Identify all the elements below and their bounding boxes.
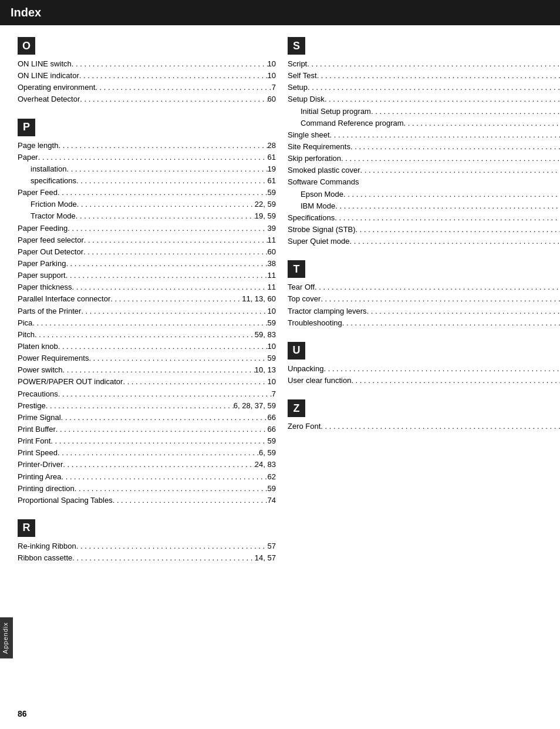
list-item: Print Buffer . . . . . . . . . . . . . .… [18, 424, 276, 435]
entry-name: Paper feed selector [18, 234, 84, 246]
list-item: Setup . . . . . . . . . . . . . . . . . … [288, 82, 560, 93]
entry-dots: . . . . . . . . . . . . . . . . . . . . … [68, 223, 267, 234]
right-column: SScript . . . . . . . . . . . . . . . . … [288, 31, 560, 571]
entry-dots: . . . . . . . . . . . . . . . . . . . . … [79, 70, 268, 82]
entry-dots: . . . . . . . . . . . . . . . . . . . . … [66, 163, 267, 175]
entry-dots: . . . . . . . . . . . . . . . . . . . . … [335, 200, 560, 212]
entry-dots: . . . . . . . . . . . . . . . . . . . . … [66, 258, 267, 270]
entry-pages: 6, 59 [259, 447, 276, 459]
list-item: Parallel Interface connector . . . . . .… [18, 293, 276, 305]
entry-name: Overheat Detector [18, 93, 80, 105]
list-item: Command Reference program . . . . . . . … [288, 117, 560, 129]
entry-dots: . . . . . . . . . . . . . . . . . . . . … [335, 212, 560, 224]
entry-pages: 59 [268, 187, 276, 199]
entry-pages: 24, 83 [255, 459, 276, 471]
page-number: 86 [18, 709, 27, 718]
list-item: Troubleshooting . . . . . . . . . . . . … [288, 317, 560, 329]
list-item: Parts of the Printer . . . . . . . . . .… [18, 305, 276, 317]
list-item: Power Requirements . . . . . . . . . . .… [18, 352, 276, 364]
header-title: Index [11, 6, 41, 19]
entry-name: Prestige [18, 400, 46, 412]
letter-box-s: S [288, 37, 305, 55]
letter-box-r: R [18, 519, 35, 537]
entry-name: Pica [18, 317, 32, 329]
entry-name: Strobe Signal (STB) [288, 224, 356, 236]
list-item: Printing direction . . . . . . . . . . .… [18, 483, 276, 495]
entry-pages: 59 [268, 317, 276, 329]
entry-dots: . . . . . . . . . . . . . . . . . . . . … [72, 552, 255, 564]
entry-dots: . . . . . . . . . . . . . . . . . . . . … [72, 58, 268, 70]
list-item: Re-inking Ribbon . . . . . . . . . . . .… [18, 540, 276, 552]
list-item: Print Font . . . . . . . . . . . . . . .… [18, 435, 276, 447]
letter-box-t: T [288, 260, 305, 278]
entry-pages: 60 [268, 246, 276, 258]
entry-pages: 74 [268, 495, 276, 506]
entry-name: Setup [288, 82, 308, 93]
entry-name: Re-inking Ribbon [18, 540, 76, 552]
entry-name: Command Reference program [301, 117, 404, 129]
entry-name: Prime Signal [18, 412, 61, 424]
list-item: Printing Area . . . . . . . . . . . . . … [18, 471, 276, 483]
entry-pages: 59, 83 [255, 329, 276, 341]
section-p: PPage length . . . . . . . . . . . . . .… [18, 113, 276, 506]
entry-name: POWER/PAPER OUT indicator [18, 376, 123, 388]
list-item: Friction Mode . . . . . . . . . . . . . … [18, 199, 276, 210]
list-item: Prestige . . . . . . . . . . . . . . . .… [18, 400, 276, 412]
entry-name: Site Requirements [288, 141, 350, 153]
entry-dots: . . . . . . . . . . . . . . . . . . . . … [83, 246, 268, 258]
entry-dots: . . . . . . . . . . . . . . . . . . . . … [321, 293, 560, 305]
entry-name: Precautions [18, 388, 58, 400]
list-item: IBM Mode . . . . . . . . . . . . . . . .… [288, 200, 560, 212]
entry-pages: 6, 28, 37, 59 [234, 400, 276, 412]
entry-pages: 59 [268, 352, 276, 364]
entry-dots: . . . . . . . . . . . . . . . . . . . . … [58, 140, 267, 152]
entry-dots: . . . . . . . . . . . . . . . . . . . . … [341, 153, 560, 164]
entry-pages: 10 [268, 376, 276, 388]
entry-pages: 38 [268, 258, 276, 270]
entry-dots: . . . . . . . . . . . . . . . . . . . . … [350, 236, 560, 247]
list-item: Paper Feeding . . . . . . . . . . . . . … [18, 223, 276, 234]
list-item: Paper Feed . . . . . . . . . . . . . . .… [18, 187, 276, 199]
entry-name: Initial Setup program [301, 106, 371, 117]
list-item: Self Test . . . . . . . . . . . . . . . … [288, 70, 560, 82]
entry-name: Paper Parking [18, 258, 66, 270]
entry-dots: . . . . . . . . . . . . . . . . . . . . … [123, 376, 267, 388]
entry-dots: . . . . . . . . . . . . . . . . . . . . … [343, 189, 560, 200]
entry-name: Print Speed [18, 447, 58, 459]
entry-name: Troubleshooting [288, 317, 342, 329]
entry-name: Printing direction [18, 483, 75, 495]
entry-pages: 10 [268, 305, 276, 317]
entry-name: Ribbon cassette [18, 552, 72, 564]
entry-name: Top cover [288, 293, 321, 305]
entry-dots: . . . . . . . . . . . . . . . . . . . . … [84, 234, 268, 246]
list-item: Page length . . . . . . . . . . . . . . … [18, 140, 276, 152]
entry-dots: . . . . . . . . . . . . . . . . . . . . … [58, 447, 259, 459]
list-item: Single sheet . . . . . . . . . . . . . .… [288, 129, 560, 141]
list-item: Power switch . . . . . . . . . . . . . .… [18, 364, 276, 376]
entry-name: Paper Feeding [18, 223, 68, 234]
entry-dots: . . . . . . . . . . . . . . . . . . . . … [58, 341, 268, 352]
entry-pages: 61 [268, 152, 276, 163]
entry-dots: . . . . . . . . . . . . . . . . . . . . … [38, 152, 268, 163]
section-z: ZZero Font . . . . . . . . . . . . . . .… [288, 394, 560, 432]
entry-name: Specifications [288, 212, 335, 224]
entry-pages: 59 [268, 435, 276, 447]
list-item: Specifications . . . . . . . . . . . . .… [288, 212, 560, 224]
entry-dots: . . . . . . . . . . . . . . . . . . . . … [350, 141, 560, 153]
list-item: Precautions . . . . . . . . . . . . . . … [18, 388, 276, 400]
entry-dots: . . . . . . . . . . . . . . . . . . . . … [321, 421, 560, 432]
entry-dots: . . . . . . . . . . . . . . . . . . . . … [46, 400, 234, 412]
entry-dots: . . . . . . . . . . . . . . . . . . . . … [58, 187, 268, 199]
list-item: Site Requirements . . . . . . . . . . . … [288, 141, 560, 153]
entry-name: Script [288, 58, 307, 70]
letter-box-o: O [18, 37, 35, 55]
entry-dots: . . . . . . . . . . . . . . . . . . . . … [75, 483, 268, 495]
entry-pages: 39 [268, 223, 276, 234]
entry-dots: . . . . . . . . . . . . . . . . . . . . … [32, 317, 267, 329]
list-item: Tear Off . . . . . . . . . . . . . . . .… [288, 281, 560, 293]
list-item: POWER/PAPER OUT indicator . . . . . . . … [18, 376, 276, 388]
side-tab: Appendix [0, 617, 13, 659]
entry-name: Smoked plastic cover [288, 164, 360, 176]
entry-dots: . . . . . . . . . . . . . . . . . . . . … [35, 329, 255, 341]
section-s: SScript . . . . . . . . . . . . . . . . … [288, 31, 560, 247]
